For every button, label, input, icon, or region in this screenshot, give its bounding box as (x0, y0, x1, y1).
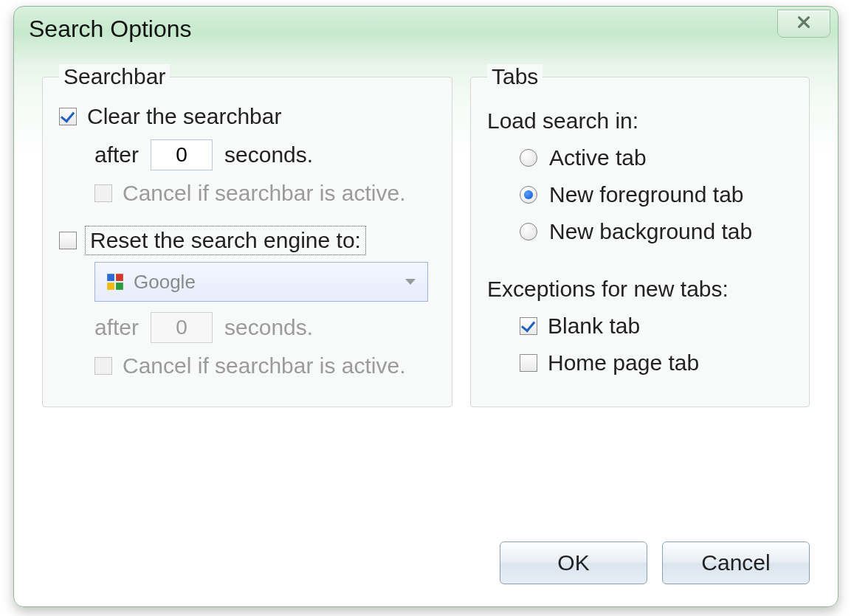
exception-home-row: Home page tab (520, 350, 793, 376)
close-icon (796, 13, 812, 35)
exceptions-heading: Exceptions for new tabs: (487, 277, 793, 302)
button-bar: OK Cancel (500, 541, 810, 584)
cancel-button[interactable]: Cancel (662, 541, 810, 584)
radio-new-background-row: New background tab (520, 219, 793, 244)
radio-active-tab-row: Active tab (520, 145, 793, 170)
radio-new-foreground-row: New foreground tab (520, 182, 793, 207)
exception-home-label: Home page tab (548, 350, 699, 376)
svg-rect-0 (107, 274, 114, 281)
reset-after-prefix: after (94, 315, 139, 340)
ok-button-label: OK (557, 550, 589, 575)
reset-after-suffix: seconds. (224, 315, 313, 340)
exception-blank-label: Blank tab (548, 314, 640, 339)
search-engine-dropdown[interactable]: Google (94, 262, 428, 302)
reset-engine-checkbox[interactable] (59, 232, 77, 249)
searchbar-legend: Searchbar (59, 64, 170, 89)
chevron-down-icon (405, 279, 416, 285)
reset-cancel-row: Cancel if searchbar is active. (94, 353, 435, 378)
close-button[interactable] (777, 10, 830, 38)
dialog-content: Searchbar Clear the searchbar after seco… (42, 64, 810, 584)
svg-rect-3 (116, 283, 123, 290)
clear-after-row: after seconds. (59, 139, 435, 170)
ok-button[interactable]: OK (500, 541, 647, 584)
reset-after-row: after seconds. (94, 312, 435, 343)
tabs-legend: Tabs (487, 64, 543, 89)
reset-cancel-checkbox (94, 357, 112, 375)
reset-engine-row: Reset the search engine to: (59, 228, 435, 253)
clear-searchbar-checkbox[interactable] (59, 108, 77, 125)
radio-new-background[interactable] (520, 223, 537, 240)
exception-blank-row: Blank tab (520, 314, 793, 339)
dialog-title: Search Options (29, 15, 192, 43)
clear-cancel-checkbox (94, 184, 112, 202)
clear-searchbar-row: Clear the searchbar (59, 104, 435, 129)
reset-cancel-label: Cancel if searchbar is active. (123, 353, 406, 378)
titlebar: Search Options (14, 7, 838, 51)
reset-after-input[interactable] (151, 312, 213, 343)
radio-new-background-label: New background tab (549, 219, 752, 244)
tabs-group: Tabs Load search in: Active tab New fore… (470, 64, 810, 407)
searchbar-group: Searchbar Clear the searchbar after seco… (42, 64, 452, 407)
dialog-window: Search Options Searchbar Clear the searc… (13, 6, 838, 607)
radio-active-tab-label: Active tab (549, 145, 647, 170)
load-search-heading: Load search in: (487, 108, 793, 134)
after-suffix: seconds. (224, 142, 313, 167)
svg-rect-2 (107, 283, 114, 290)
clear-searchbar-label: Clear the searchbar (87, 104, 281, 129)
reset-engine-label: Reset the search engine to: (87, 228, 364, 253)
radio-active-tab[interactable] (520, 149, 537, 167)
svg-rect-1 (116, 274, 123, 281)
search-engine-selected: Google (134, 271, 196, 294)
clear-after-input[interactable] (151, 139, 213, 170)
exception-blank-checkbox[interactable] (520, 317, 537, 335)
clear-cancel-label: Cancel if searchbar is active. (123, 181, 406, 206)
radio-new-foreground-label: New foreground tab (549, 182, 744, 207)
exception-home-checkbox[interactable] (520, 354, 537, 372)
after-prefix: after (94, 142, 139, 167)
google-icon (106, 272, 125, 291)
cancel-button-label: Cancel (701, 550, 770, 575)
radio-new-foreground[interactable] (520, 186, 537, 204)
clear-cancel-row: Cancel if searchbar is active. (59, 181, 435, 206)
